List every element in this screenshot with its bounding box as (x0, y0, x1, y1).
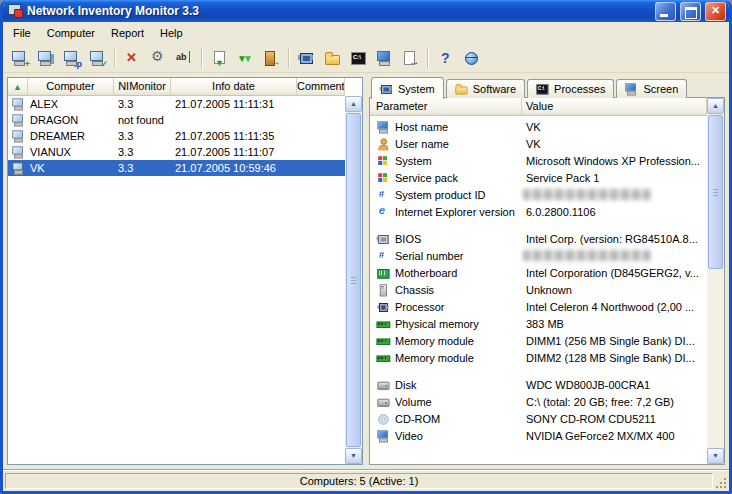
column-header-computer[interactable]: Computer (28, 78, 114, 96)
parameter-icon (377, 317, 390, 330)
computers-scrollbar[interactable]: ▲ ▼ (345, 96, 362, 464)
sort-column-header[interactable]: ▲ (8, 78, 28, 96)
parameter-value: 383 MB (523, 318, 707, 330)
menu-computer[interactable]: Computer (39, 24, 103, 42)
system-info-panel: Parameter Value Host name VK U (369, 97, 725, 465)
parameter-name: Chassis (395, 284, 523, 296)
parameter-value: Service Pack 1 (523, 172, 707, 184)
detail-scrollbar[interactable]: ▲ ▼ (707, 98, 724, 464)
parameter-row: Internet Explorer version 6.0.2800.1106 (370, 203, 707, 220)
detail-side: System Software Processes Screen (369, 77, 725, 465)
computer-nimonitor-version: 3.3 (114, 128, 171, 144)
VK[interactable]: VK 3.3 21.07.2005 10:59:46 (8, 160, 345, 176)
view-software-button[interactable] (319, 45, 345, 70)
computer-name: DRAGON (28, 112, 114, 128)
toolbar-icon (350, 50, 366, 66)
toolbar-icon (324, 50, 340, 66)
toolbar-icon (37, 50, 53, 66)
minimize-button[interactable] (655, 2, 676, 21)
scroll-up-icon[interactable]: ▲ (345, 96, 362, 112)
computers-list: ALEX 3.3 21.07.2005 11:11:31 DRAGON not … (8, 96, 345, 464)
column-header-value[interactable]: Value (522, 98, 707, 116)
toolbar-icon (376, 50, 392, 66)
DREAMER[interactable]: DREAMER 3.3 21.07.2005 11:11:35 (8, 128, 345, 144)
parameter-value: DIMM1 (256 MB Single Bank) DI... (523, 335, 707, 347)
resize-grip-icon[interactable] (714, 476, 726, 488)
scroll-down-icon[interactable]: ▼ (345, 448, 362, 464)
view-processes-button[interactable] (345, 45, 371, 70)
menubar: File Computer Report Help (3, 22, 729, 43)
parameter-row: Volume C:\ (total: 20 GB; free: 7,2 GB) (370, 393, 707, 410)
help-button[interactable] (432, 45, 458, 70)
parameter-row: Motherboard Intel Corporation (D845GERG2… (370, 264, 707, 281)
toolbar-icon (463, 50, 479, 66)
computer-info-date (171, 112, 297, 128)
parameter-icon (377, 266, 390, 279)
toolbar-button (423, 45, 432, 70)
parameter-row: Host name VK (370, 118, 707, 135)
toolbar-icon (124, 50, 140, 66)
parameter-name: Memory module (395, 335, 523, 347)
report-button[interactable] (397, 45, 423, 70)
computer-info-date: 21.07.2005 11:11:35 (171, 128, 297, 144)
column-header-comment[interactable]: Comment (297, 78, 345, 96)
menu-help[interactable]: Help (152, 24, 191, 42)
delete-computer-button[interactable] (119, 45, 145, 70)
DRAGON[interactable]: DRAGON not found (8, 112, 345, 128)
menu-file[interactable]: File (5, 24, 39, 42)
scrollbar-thumb[interactable] (346, 113, 361, 447)
remote-install-button[interactable] (258, 45, 284, 70)
parameter-icon (377, 395, 390, 408)
parameter-name: System product ID (395, 189, 523, 201)
column-header-info-date[interactable]: Info date (171, 78, 297, 96)
parameter-row: System product ID (370, 186, 707, 203)
get-all-info-button[interactable] (232, 45, 258, 70)
main-area: ▲ Computer NIMonitor Info date Comment A… (3, 73, 729, 469)
menu-report[interactable]: Report (103, 24, 152, 42)
parameter-name: Memory module (395, 352, 523, 364)
parameter-icon (377, 412, 390, 425)
computer-info-date: 21.07.2005 11:11:07 (171, 144, 297, 160)
titlebar[interactable]: Network Inventory Monitor 3.3 (3, 0, 729, 22)
tab-processes[interactable]: Processes (527, 79, 614, 98)
parameter-value: Intel Celeron 4 Northwood (2,00 ... (523, 301, 707, 313)
parameter-row: CD-ROM SONY CD-ROM CDU5211 (370, 410, 707, 427)
scroll-up-icon[interactable]: ▲ (707, 98, 724, 114)
toolbar-icon (298, 50, 314, 66)
view-screen-button[interactable] (371, 45, 397, 70)
VIANUX[interactable]: VIANUX 3.3 21.07.2005 11:11:07 (8, 144, 345, 160)
close-button[interactable] (705, 2, 726, 21)
parameter-value: VK (523, 121, 707, 133)
rename-button[interactable] (171, 45, 197, 70)
parameter-value: C:\ (total: 20 GB; free: 7,2 GB) (523, 396, 707, 408)
parameter-value (523, 189, 651, 200)
scroll-down-icon[interactable]: ▼ (707, 448, 724, 464)
parameter-value: WDC WD800JB-00CRA1 (523, 379, 707, 391)
computer-icon (12, 146, 25, 159)
statusbar: Computers: 5 (Active: 1) (3, 469, 729, 491)
add-by-ip-button[interactable]: ip (58, 45, 84, 70)
tab-system[interactable]: System (371, 77, 444, 99)
computer-nimonitor-version: 3.3 (114, 96, 171, 112)
add-computers-button[interactable] (32, 45, 58, 70)
add-computer-button[interactable]: + (6, 45, 32, 70)
get-info-button[interactable] (206, 45, 232, 70)
maximize-button[interactable] (680, 2, 701, 21)
parameter-row: User name VK (370, 135, 707, 152)
column-header-nimonitor[interactable]: NIMonitor (114, 78, 171, 96)
parameter-row: BIOS Intel Corp. (version: RG84510A.8... (370, 230, 707, 247)
tab-software[interactable]: Software (446, 79, 525, 98)
scrollbar-thumb[interactable] (708, 115, 723, 269)
view-system-button[interactable] (293, 45, 319, 70)
toolbar-icon (176, 50, 192, 66)
tab-screen[interactable]: Screen (616, 79, 687, 98)
parameter-row: Processor Intel Celeron 4 Northwood (2,0… (370, 298, 707, 315)
refresh-computer-button[interactable]: ✓ (84, 45, 110, 70)
computer-nimonitor-version: not found (114, 112, 171, 128)
parameter-name: Service pack (395, 172, 523, 184)
toolbar-icon (211, 50, 227, 66)
column-header-parameter[interactable]: Parameter (370, 98, 522, 116)
options-button[interactable] (145, 45, 171, 70)
update-button[interactable] (458, 45, 484, 70)
ALEX[interactable]: ALEX 3.3 21.07.2005 11:11:31 (8, 96, 345, 112)
